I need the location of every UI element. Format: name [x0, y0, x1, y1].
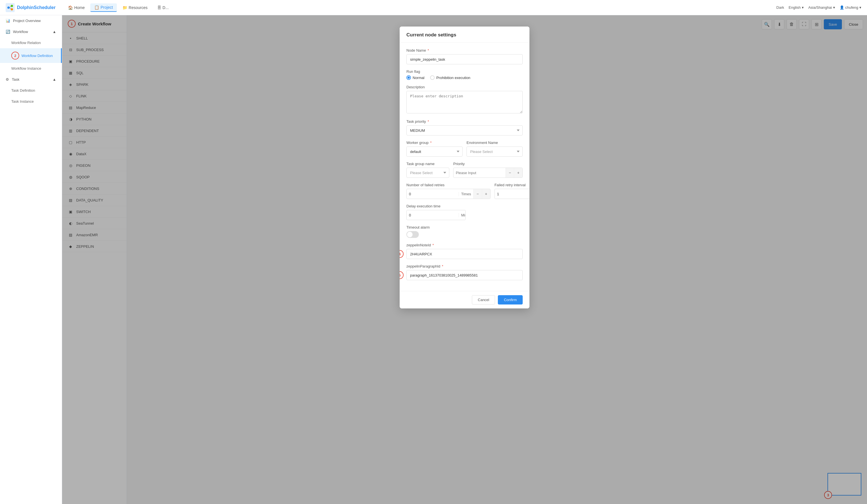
sidebar-item-workflow-relation[interactable]: Workflow Relation: [0, 37, 62, 48]
retry-interval-label: Failed retry interval: [494, 183, 529, 187]
worker-group-select[interactable]: default: [406, 147, 462, 157]
failed-retries-minus-btn[interactable]: −: [473, 189, 482, 199]
environment-name-group: Environment Name Please Select: [467, 140, 523, 157]
navbar: DolphinScheduler 🏠 Home 📋 Project 📁 Reso…: [0, 0, 867, 15]
description-label: Description: [406, 85, 523, 89]
priority-minus-btn[interactable]: −: [505, 168, 514, 178]
timeout-alarm-label: Timeout alarm: [406, 225, 523, 229]
confirm-button[interactable]: Confirm: [498, 295, 523, 304]
zeppelin-paragraph-input[interactable]: [406, 270, 523, 280]
task-group-name-label: Task group name: [406, 162, 449, 166]
theme-toggle[interactable]: Dark: [777, 6, 784, 10]
run-flag-label: Run flag: [406, 69, 523, 74]
sidebar-item-workflow-definition[interactable]: 2 Workflow Definition: [0, 48, 62, 63]
user-icon: 👤: [839, 6, 844, 10]
environment-name-label: Environment Name: [467, 140, 523, 145]
retry-interval-group: Failed retry interval Minute − +: [494, 183, 529, 199]
node-settings-modal: Current node settings Node Name * Run fl…: [400, 26, 529, 309]
svg-point-2: [11, 5, 13, 7]
sidebar-item-workflow[interactable]: 🔄 Workflow ▲: [0, 26, 62, 37]
circle-badge-4: 4: [400, 250, 404, 258]
description-textarea[interactable]: [406, 91, 523, 114]
modal-overlay: Current node settings Node Name * Run fl…: [62, 15, 867, 504]
zeppelin-note-group: zeppelinNoteId * 4: [406, 243, 523, 259]
modal-header: Current node settings: [400, 26, 529, 43]
zeppelin-paragraph-row: 5: [406, 270, 523, 280]
sidebar-item-workflow-instance[interactable]: Workflow Instance: [0, 63, 62, 74]
task-priority-select[interactable]: MEDIUM HIGHEST HIGH LOW LOWEST: [406, 125, 523, 136]
main-content: 1 Create Workflow ▪SHELL⊟SUB_PROCESS▣PRO…: [62, 15, 867, 504]
delay-execution-label: Delay execution time: [406, 204, 523, 208]
nav-home[interactable]: 🏠 Home: [64, 4, 89, 12]
node-name-input[interactable]: [406, 54, 523, 64]
failed-retries-unit: Times: [459, 192, 473, 196]
priority-input-wrap: − +: [453, 168, 523, 178]
priority-input[interactable]: [453, 171, 505, 175]
delay-execution-unit: Minute: [459, 213, 466, 217]
chevron-down-icon: ▾: [802, 6, 804, 10]
radio-normal-dot: [406, 75, 411, 80]
task-icon: ⚙: [6, 77, 9, 82]
failed-retries-label: Number of failed retries: [406, 183, 491, 187]
svg-point-3: [11, 8, 13, 10]
user-menu[interactable]: 👤 chufeng ▾: [839, 6, 861, 10]
nav-resources[interactable]: 📁 Resources: [119, 4, 152, 12]
sidebar-item-task-definition[interactable]: Task Definition: [0, 85, 62, 96]
chevron-up-icon-task: ▲: [53, 77, 56, 82]
delay-execution-group: Delay execution time Minute − +: [406, 204, 523, 220]
workflow-icon: 🔄: [6, 30, 10, 34]
datasource-icon: 🗄: [157, 6, 161, 10]
delay-execution-wrap: Minute − +: [406, 210, 466, 220]
sidebar-item-task-instance[interactable]: Task Instance: [0, 96, 62, 107]
zeppelin-paragraph-label: zeppelinParagraphId *: [406, 264, 523, 268]
chevron-up-icon: ▲: [53, 30, 56, 34]
svg-rect-0: [6, 3, 15, 12]
brand-icon: [6, 3, 15, 12]
zeppelin-note-row: 4: [406, 249, 523, 259]
worker-group-label: Worker group *: [406, 140, 462, 145]
circle-badge-2: 2: [11, 52, 19, 60]
cancel-button[interactable]: Cancel: [472, 295, 495, 304]
priority-label: Priority: [453, 162, 523, 166]
chevron-down-icon-user: ▾: [859, 6, 861, 10]
sidebar-item-task[interactable]: ⚙ Task ▲: [0, 74, 62, 85]
worker-env-row: Worker group * default Environment Name …: [406, 140, 523, 162]
resources-icon: 📁: [122, 6, 127, 10]
run-flag-group: Run flag Normal Prohibition execution: [406, 69, 523, 80]
timeout-alarm-toggle-wrap: [406, 231, 523, 238]
project-icon: 📋: [94, 5, 99, 10]
chevron-down-icon-tz: ▾: [833, 6, 835, 10]
timezone-selector[interactable]: Asia/Shanghai ▾: [808, 6, 835, 10]
home-icon: 🏠: [68, 6, 73, 10]
retry-row: Number of failed retries Times − + Faile…: [406, 183, 523, 204]
app-brand[interactable]: DolphinScheduler: [6, 3, 56, 12]
svg-point-1: [7, 7, 10, 9]
timeout-alarm-toggle[interactable]: [406, 231, 419, 238]
brand-name: DolphinScheduler: [17, 5, 56, 10]
timeout-alarm-group: Timeout alarm: [406, 225, 523, 238]
failed-retries-input[interactable]: [407, 192, 459, 196]
nav-datasource[interactable]: 🗄 D...: [153, 4, 173, 12]
environment-name-select[interactable]: Please Select: [467, 147, 523, 157]
task-group-name-group: Task group name Please Select: [406, 162, 449, 178]
run-flag-normal[interactable]: Normal: [406, 75, 425, 80]
zeppelin-paragraph-group: zeppelinParagraphId * 5: [406, 264, 523, 280]
priority-plus-btn[interactable]: +: [514, 168, 522, 178]
retry-interval-wrap: Minute − +: [494, 189, 529, 199]
node-name-group: Node Name *: [406, 48, 523, 64]
main-layout: 📊 Project Overview 🔄 Workflow ▲ Workflow…: [0, 15, 867, 504]
overview-icon: 📊: [6, 19, 10, 23]
nav-project[interactable]: 📋 Project: [90, 3, 117, 12]
language-selector[interactable]: English ▾: [789, 6, 804, 10]
node-name-label: Node Name *: [406, 48, 523, 53]
delay-execution-input[interactable]: [407, 213, 459, 217]
run-flag-radio-group: Normal Prohibition execution: [406, 75, 523, 80]
failed-retries-plus-btn[interactable]: +: [482, 189, 490, 199]
modal-body: Node Name * Run flag Normal: [400, 43, 529, 291]
zeppelin-note-input[interactable]: [406, 249, 523, 259]
failed-retries-group: Number of failed retries Times − +: [406, 183, 491, 199]
retry-interval-input[interactable]: [495, 192, 529, 196]
task-group-name-select[interactable]: Please Select: [406, 168, 449, 178]
run-flag-prohibition[interactable]: Prohibition execution: [430, 75, 470, 80]
sidebar-item-project-overview[interactable]: 📊 Project Overview: [0, 15, 62, 26]
